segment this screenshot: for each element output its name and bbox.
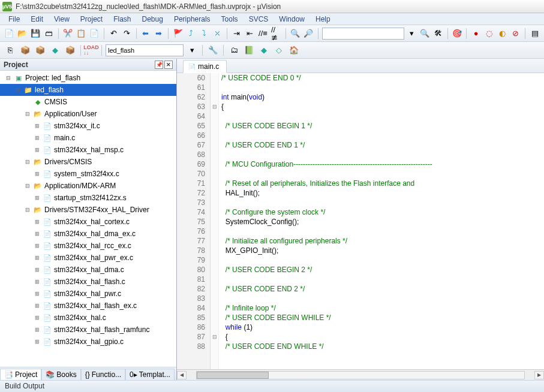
tree-file[interactable]: ⊞📄stm32f4xx_hal_pwr_ex.c xyxy=(0,252,176,264)
target-select[interactable] xyxy=(106,44,184,56)
bookmark-toggle-button[interactable]: 🚩 xyxy=(172,27,184,40)
tree-file[interactable]: ⊞📄stm32f4xx_hal_cortex.c xyxy=(0,216,176,228)
debug-start-button[interactable]: 🎯 xyxy=(451,27,462,40)
scroll-track[interactable] xyxy=(196,371,525,379)
project-tab-functio[interactable]: {}Functio... xyxy=(81,369,125,380)
reload-packs-button[interactable]: 🏠 xyxy=(287,44,300,57)
pane-pin-button[interactable]: 📌 xyxy=(155,61,163,69)
batch-build-button[interactable]: ◆ xyxy=(49,44,62,57)
nav-forward-button[interactable]: ➡ xyxy=(153,27,164,40)
bookmark-clear-button[interactable]: ⤫ xyxy=(212,27,223,40)
expand-icon[interactable]: ⊟ xyxy=(24,183,31,189)
expand-icon[interactable]: ⊞ xyxy=(34,219,41,225)
options-target-button[interactable]: 🔧 xyxy=(206,44,220,57)
expand-icon[interactable]: ⊞ xyxy=(34,267,41,273)
expand-icon[interactable]: ⊞ xyxy=(34,195,41,201)
debug-session-button[interactable]: 🛠 xyxy=(432,27,444,40)
fold-marker[interactable]: ⊟ xyxy=(211,102,218,111)
tree-file[interactable]: ⊞📄stm32f4xx_hal_dma.c xyxy=(0,264,176,276)
tree-file[interactable]: ⊞📄system_stm32f4xx.c xyxy=(0,168,176,180)
project-tree[interactable]: ⊟▣Project: led_flash⊟📁led_flash◆CMSIS⊟📂A… xyxy=(0,71,176,367)
expand-icon[interactable]: ⊞ xyxy=(34,243,41,249)
menu-debug[interactable]: Debug xyxy=(137,14,168,25)
tree-file[interactable]: ⊞📄stm32f4xx_hal.c xyxy=(0,312,176,324)
tree-file[interactable]: ⊞📄stm32f4xx_hal_gpio.c xyxy=(0,336,176,348)
pane-close-button[interactable]: ✕ xyxy=(164,61,173,69)
breakpoint-insert-button[interactable]: ● xyxy=(470,27,482,40)
download-button[interactable]: LOAD↓↓ xyxy=(85,44,98,57)
breakpoint-disable-button[interactable]: ◐ xyxy=(497,27,508,40)
menu-project[interactable]: Project xyxy=(76,14,107,25)
new-file-button[interactable]: 📄 xyxy=(4,27,15,40)
expand-icon[interactable]: ⊞ xyxy=(34,327,41,333)
tree-folder[interactable]: ⊟📂Drivers/STM32F4xx_HAL_Driver xyxy=(0,204,176,216)
expand-icon[interactable]: ⊞ xyxy=(34,303,41,309)
expand-icon[interactable]: ⊟ xyxy=(24,207,31,213)
menu-edit[interactable]: Edit xyxy=(26,14,48,25)
build-button[interactable]: 📦 xyxy=(19,44,32,57)
tree-item[interactable]: ◆CMSIS xyxy=(0,96,176,108)
project-tab-project[interactable]: 📑Project xyxy=(0,369,41,380)
outdent-button[interactable]: ⇤ xyxy=(244,27,256,40)
menu-help[interactable]: Help xyxy=(311,14,335,25)
breakpoint-kill-button[interactable]: ⊘ xyxy=(510,27,521,40)
menu-flash[interactable]: Flash xyxy=(109,14,136,25)
tree-file[interactable]: ⊞📄stm32f4xx_hal_msp.c xyxy=(0,144,176,156)
scroll-right-button[interactable]: ▶ xyxy=(534,371,544,379)
expand-icon[interactable]: ⊟ xyxy=(24,111,31,117)
expand-icon[interactable]: ⊞ xyxy=(34,135,41,141)
paste-button[interactable]: 📄 xyxy=(89,27,100,40)
project-tab-books[interactable]: 📚Books xyxy=(41,369,80,380)
breakpoint-enable-button[interactable]: ◌ xyxy=(483,27,495,40)
combo-dropdown-button[interactable]: ▾ xyxy=(406,27,417,40)
save-all-button[interactable]: 🗃 xyxy=(43,27,55,40)
expand-icon[interactable]: ⊞ xyxy=(34,255,41,261)
redo-button[interactable]: ↷ xyxy=(121,27,133,40)
tree-file[interactable]: ⊞📄stm32f4xx_hal_flash_ramfunc xyxy=(0,324,176,336)
menu-peripherals[interactable]: Peripherals xyxy=(169,14,215,25)
open-file-button[interactable]: 📂 xyxy=(17,27,28,40)
tree-file[interactable]: ⊞📄stm32f4xx_hal_flash_ex.c xyxy=(0,300,176,312)
tree-item[interactable]: ⊟📁led_flash xyxy=(0,84,176,96)
expand-icon[interactable]: ⊟ xyxy=(24,159,31,165)
comment-button[interactable]: //≡ xyxy=(257,27,269,40)
indent-button[interactable]: ⇥ xyxy=(231,27,242,40)
menu-file[interactable]: File xyxy=(4,14,25,25)
find-combo[interactable] xyxy=(322,28,404,40)
tree-folder[interactable]: ⊟📂Drivers/CMSIS xyxy=(0,156,176,168)
scroll-left-button[interactable]: ◀ xyxy=(177,371,187,379)
uncomment-button[interactable]: //≢ xyxy=(271,27,282,40)
expand-icon[interactable]: ⊞ xyxy=(34,291,41,297)
tree-file[interactable]: ⊞📄stm32f4xx_hal_flash.c xyxy=(0,276,176,288)
tree-file[interactable]: ⊞📄stm32f4xx_hal_pwr.c xyxy=(0,288,176,300)
expand-icon[interactable]: ⊞ xyxy=(34,339,41,345)
tree-file[interactable]: ⊞📄stm32f4xx_hal_dma_ex.c xyxy=(0,228,176,240)
fold-marker[interactable]: ⊟ xyxy=(211,332,218,342)
window-layout-button[interactable]: ▤ xyxy=(529,27,540,40)
menu-tools[interactable]: Tools xyxy=(217,14,243,25)
menu-svcs[interactable]: SVCS xyxy=(244,14,273,25)
fold-column[interactable]: ⊟⊟ xyxy=(211,73,219,369)
project-tab-templat[interactable]: 0▸Templat... xyxy=(125,369,175,380)
rebuild-button[interactable]: 📦 xyxy=(34,44,47,57)
expand-icon[interactable]: ⊞ xyxy=(34,231,41,237)
select-packs-button[interactable]: ◆ xyxy=(257,44,271,57)
manage-button[interactable]: 📗 xyxy=(242,44,256,57)
tree-file[interactable]: ⊞📄startup_stm32f412zx.s xyxy=(0,192,176,204)
save-button[interactable]: 💾 xyxy=(30,27,41,40)
bookmark-next-button[interactable]: ⤵ xyxy=(199,27,210,40)
tree-file[interactable]: ⊞📄stm32f4xx_it.c xyxy=(0,120,176,132)
expand-icon[interactable]: ⊞ xyxy=(34,315,41,321)
tree-folder[interactable]: ⊟📂Application/MDK-ARM xyxy=(0,180,176,192)
tree-folder[interactable]: ⊟📂Application/User xyxy=(0,108,176,120)
menu-view[interactable]: View xyxy=(49,14,74,25)
tree-file[interactable]: ⊞📄stm32f4xx_hal_rcc_ex.c xyxy=(0,240,176,252)
code-editor[interactable]: 6061626364656667686970717273747576777879… xyxy=(177,73,544,369)
expand-icon[interactable]: ⊞ xyxy=(34,123,41,129)
expand-icon[interactable]: ⊞ xyxy=(34,279,41,285)
stop-build-button[interactable]: 📦 xyxy=(64,44,77,57)
file-ext-button[interactable]: 🗂 xyxy=(227,44,241,57)
incremental-find-button[interactable]: 🔍 xyxy=(419,27,431,40)
tree-item[interactable]: ⊟▣Project: led_flash xyxy=(0,72,176,84)
menu-window[interactable]: Window xyxy=(274,14,309,25)
